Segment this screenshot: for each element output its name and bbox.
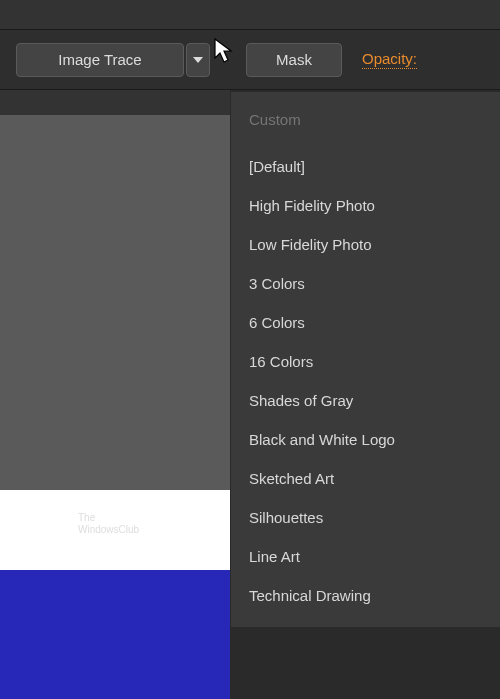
- preset-item-sketched-art[interactable]: Sketched Art: [231, 459, 500, 498]
- image-trace-preset-dropdown-toggle[interactable]: [186, 43, 210, 77]
- preset-item-high-fidelity-photo[interactable]: High Fidelity Photo: [231, 186, 500, 225]
- preset-item-shades-of-gray[interactable]: Shades of Gray: [231, 381, 500, 420]
- preset-item-default[interactable]: [Default]: [231, 147, 500, 186]
- preset-item-16-colors[interactable]: 16 Colors: [231, 342, 500, 381]
- canvas-gray-region: [0, 115, 230, 490]
- mask-label: Mask: [276, 51, 312, 68]
- image-trace-preset-menu: Custom [Default] High Fidelity Photo Low…: [230, 92, 500, 627]
- watermark-line2: WindowsClub: [78, 524, 139, 536]
- canvas-dark-strip: [0, 90, 230, 115]
- control-toolbar: Image Trace Mask Opacity:: [0, 30, 500, 90]
- preset-item-3-colors[interactable]: 3 Colors: [231, 264, 500, 303]
- preset-item-silhouettes[interactable]: Silhouettes: [231, 498, 500, 537]
- preset-item-line-art[interactable]: Line Art: [231, 537, 500, 576]
- document-canvas[interactable]: [0, 90, 230, 699]
- opacity-label[interactable]: Opacity:: [362, 50, 417, 69]
- menu-separator: [231, 139, 500, 147]
- watermark: The WindowsClub: [78, 512, 139, 536]
- preset-item-technical-drawing[interactable]: Technical Drawing: [231, 576, 500, 615]
- preset-item-black-white-logo[interactable]: Black and White Logo: [231, 420, 500, 459]
- image-trace-label: Image Trace: [58, 51, 141, 68]
- app-titlebar-region: [0, 0, 500, 30]
- canvas-blue-region: [0, 570, 230, 699]
- mask-button[interactable]: Mask: [246, 43, 342, 77]
- chevron-down-icon: [193, 57, 203, 63]
- watermark-line1: The: [78, 512, 139, 524]
- image-trace-button[interactable]: Image Trace: [16, 43, 184, 77]
- preset-item-low-fidelity-photo[interactable]: Low Fidelity Photo: [231, 225, 500, 264]
- preset-item-custom: Custom: [231, 100, 500, 139]
- preset-item-6-colors[interactable]: 6 Colors: [231, 303, 500, 342]
